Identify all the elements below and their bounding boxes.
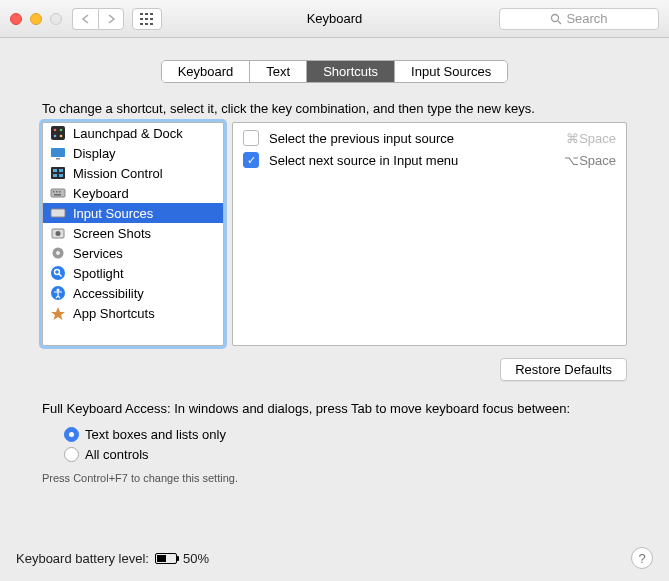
svg-rect-17	[56, 158, 60, 160]
category-accessibility[interactable]: Accessibility	[43, 283, 223, 303]
category-label: Mission Control	[73, 166, 163, 181]
svg-rect-8	[150, 23, 153, 25]
svg-point-9	[552, 14, 559, 21]
svg-rect-26	[59, 191, 61, 193]
help-button[interactable]: ?	[631, 547, 653, 569]
svg-rect-18	[51, 167, 65, 179]
search-input[interactable]: Search	[499, 8, 659, 30]
svg-rect-25	[56, 191, 58, 193]
shortcut-keys[interactable]: ⌘Space	[566, 131, 616, 146]
category-label: Launchpad & Dock	[73, 126, 183, 141]
svg-rect-16	[51, 148, 65, 157]
svg-point-15	[60, 135, 63, 138]
battery-icon	[155, 553, 177, 564]
keyboard-icon	[50, 185, 66, 201]
svg-point-13	[60, 129, 63, 132]
svg-rect-24	[53, 191, 55, 193]
title-bar: Keyboard Search	[0, 0, 669, 38]
svg-rect-27	[54, 194, 61, 196]
category-label: Spotlight	[73, 266, 124, 281]
category-screen-shots[interactable]: Screen Shots	[43, 223, 223, 243]
window-controls	[10, 13, 62, 25]
search-placeholder: Search	[566, 11, 607, 26]
svg-rect-1	[145, 13, 148, 15]
tab-text[interactable]: Text	[250, 61, 307, 82]
svg-rect-7	[145, 23, 148, 25]
category-display[interactable]: Display	[43, 143, 223, 163]
battery-label: Keyboard battery level:	[16, 551, 149, 566]
radio-button[interactable]	[64, 427, 79, 442]
screenshot-icon	[50, 225, 66, 241]
radio-label: Text boxes and lists only	[85, 427, 226, 442]
input-icon	[50, 205, 66, 221]
close-window-button[interactable]	[10, 13, 22, 25]
svg-rect-23	[51, 189, 65, 197]
category-mission-control[interactable]: Mission Control	[43, 163, 223, 183]
fka-hint: Press Control+F7 to change this setting.	[42, 472, 627, 484]
tab-shortcuts[interactable]: Shortcuts	[307, 61, 395, 82]
tab-bar: KeyboardTextShortcutsInput Sources	[0, 60, 669, 83]
nav-back-forward	[72, 8, 124, 30]
svg-rect-3	[140, 18, 143, 20]
svg-rect-19	[53, 169, 57, 172]
svg-point-30	[56, 231, 61, 236]
shortcut-row[interactable]: Select the previous input source⌘Space	[233, 127, 626, 149]
appshort-icon	[50, 305, 66, 321]
restore-defaults-button[interactable]: Restore Defaults	[500, 358, 627, 381]
tab-keyboard[interactable]: Keyboard	[162, 61, 251, 82]
fka-radio-0[interactable]: Text boxes and lists only	[64, 424, 627, 444]
category-list[interactable]: Launchpad & DockDisplayMission ControlKe…	[42, 122, 224, 346]
category-label: Input Sources	[73, 206, 153, 221]
shortcut-keys[interactable]: ⌥Space	[564, 153, 616, 168]
mission-icon	[50, 165, 66, 181]
services-icon	[50, 245, 66, 261]
shortcut-checkbox[interactable]: ✓	[243, 152, 259, 168]
shortcut-list[interactable]: Select the previous input source⌘Space✓S…	[232, 122, 627, 346]
category-label: App Shortcuts	[73, 306, 155, 321]
radio-label: All controls	[85, 447, 149, 462]
svg-point-33	[51, 266, 65, 280]
category-label: Display	[73, 146, 116, 161]
svg-point-14	[54, 135, 57, 138]
svg-rect-28	[51, 209, 65, 217]
category-app-shortcuts[interactable]: App Shortcuts	[43, 303, 223, 323]
battery-percent: 50%	[183, 551, 209, 566]
search-icon	[550, 13, 562, 25]
show-all-prefs-button[interactable]	[132, 8, 162, 30]
svg-rect-20	[59, 169, 63, 172]
category-spotlight[interactable]: Spotlight	[43, 263, 223, 283]
svg-rect-0	[140, 13, 143, 15]
display-icon	[50, 145, 66, 161]
category-label: Screen Shots	[73, 226, 151, 241]
accessibility-icon	[50, 285, 66, 301]
svg-rect-6	[140, 23, 143, 25]
nav-back-button[interactable]	[72, 8, 98, 30]
tab-input-sources[interactable]: Input Sources	[395, 61, 507, 82]
svg-point-37	[57, 289, 60, 292]
shortcut-label: Select the previous input source	[269, 131, 454, 146]
svg-rect-22	[59, 174, 63, 177]
spotlight-icon	[50, 265, 66, 281]
shortcut-label: Select next source in Input menu	[269, 153, 458, 168]
category-services[interactable]: Services	[43, 243, 223, 263]
category-keyboard[interactable]: Keyboard	[43, 183, 223, 203]
svg-line-10	[558, 21, 561, 24]
radio-button[interactable]	[64, 447, 79, 462]
category-launchpad-dock[interactable]: Launchpad & Dock	[43, 123, 223, 143]
launchpad-icon	[50, 125, 66, 141]
fka-radio-1[interactable]: All controls	[64, 444, 627, 464]
nav-forward-button[interactable]	[98, 8, 124, 30]
svg-point-32	[56, 251, 60, 255]
shortcut-checkbox[interactable]	[243, 130, 259, 146]
svg-rect-4	[145, 18, 148, 20]
category-input-sources[interactable]: Input Sources	[43, 203, 223, 223]
category-label: Accessibility	[73, 286, 144, 301]
svg-rect-21	[53, 174, 57, 177]
fka-section: Full Keyboard Access: In windows and dia…	[42, 401, 627, 464]
category-label: Services	[73, 246, 123, 261]
minimize-window-button[interactable]	[30, 13, 42, 25]
svg-rect-2	[150, 13, 153, 15]
shortcut-row[interactable]: ✓Select next source in Input menu⌥Space	[233, 149, 626, 171]
category-label: Keyboard	[73, 186, 129, 201]
svg-rect-5	[150, 18, 153, 20]
